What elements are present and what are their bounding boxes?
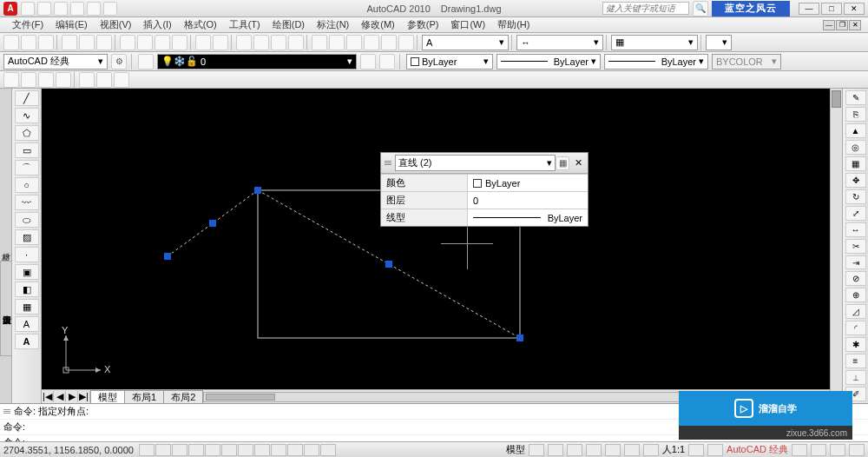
zoom-icon[interactable] [253, 35, 269, 50]
grip-endpoint[interactable] [164, 253, 171, 260]
menu-view[interactable]: 视图(V) [95, 18, 137, 31]
menu-file[interactable]: 文件(F) [7, 18, 49, 31]
pan-icon[interactable] [236, 35, 252, 50]
markup-icon[interactable] [381, 35, 397, 50]
explode-icon[interactable]: ✱ [845, 337, 866, 352]
qat-undo-icon[interactable] [70, 2, 84, 16]
isolate-icon[interactable] [830, 444, 845, 456]
new-icon[interactable] [3, 35, 19, 50]
grip-midpoint[interactable] [209, 220, 216, 227]
join-icon[interactable]: ⊕ [845, 288, 866, 302]
lwt-toggle[interactable] [271, 444, 286, 456]
osnap-toggle[interactable] [205, 444, 220, 456]
offset-icon[interactable]: ◎ [845, 140, 866, 155]
layer-combo[interactable]: 💡❄️🔓0▾ [157, 54, 357, 70]
qat-redo-icon[interactable] [87, 2, 101, 16]
vp-btn6[interactable] [96, 72, 112, 88]
tab-nav-next-icon[interactable]: ▶ [66, 391, 78, 402]
save-icon[interactable] [38, 35, 54, 50]
rotate-icon[interactable]: ↻ [845, 189, 866, 204]
tab-nav-first-icon[interactable]: |◀ [42, 391, 54, 402]
chamfer-icon[interactable]: ◿ [845, 304, 866, 319]
plot-icon[interactable] [62, 35, 77, 50]
align-icon[interactable]: ≡ [845, 354, 866, 368]
tab-model[interactable]: 模型 [90, 390, 125, 404]
layer-states-icon[interactable] [379, 54, 395, 70]
tab-nav-last-icon[interactable]: ▶| [78, 391, 90, 402]
designcenter-icon[interactable] [329, 35, 345, 50]
table-icon[interactable]: ▦ [15, 299, 39, 315]
vscrollbar[interactable] [830, 89, 842, 403]
vp-btn7[interactable] [114, 72, 129, 88]
quickcalc-icon[interactable] [398, 35, 414, 50]
menu-edit[interactable]: 编辑(E) [50, 18, 93, 31]
menu-format[interactable]: 格式(O) [179, 18, 222, 31]
grip-endpoint[interactable] [516, 334, 523, 341]
workspace-combo[interactable]: AutoCAD 经典▾ [3, 54, 108, 70]
layout-icon[interactable] [529, 444, 544, 456]
menu-help[interactable]: 帮助(H) [492, 18, 535, 31]
minimize-icon[interactable]: — [799, 3, 819, 15]
vp-btn4[interactable] [56, 72, 71, 88]
drawing-canvas[interactable]: 直线 (2)▾ ▦ ✕ 颜色 ByLayer 图层 0 线型 ByLayer [42, 89, 830, 403]
circle-icon[interactable]: ○ [15, 177, 39, 193]
app-logo[interactable]: A [3, 2, 17, 16]
qp-toggle[interactable] [287, 444, 303, 456]
erase-icon[interactable]: ✎ [845, 90, 866, 105]
wheel-icon[interactable] [624, 444, 640, 456]
color-combo[interactable]: ByLayer▾ [406, 54, 493, 70]
qp-layer-value[interactable]: 0 [468, 192, 588, 209]
help-search-input[interactable] [602, 2, 689, 15]
menu-parametric[interactable]: 参数(P) [402, 18, 444, 31]
plotstyle-combo[interactable]: BYCOLOR▾ [712, 54, 781, 70]
grip-midpoint[interactable] [385, 261, 392, 268]
qat-open-icon[interactable] [37, 2, 51, 16]
copy-obj-icon[interactable]: ⎘ [845, 107, 866, 122]
text-icon[interactable]: A [15, 334, 39, 349]
nav-icon[interactable] [567, 444, 582, 456]
close-icon[interactable]: ✕ [844, 3, 865, 15]
copy-icon[interactable] [137, 35, 153, 50]
qp-linetype-value[interactable]: ByLayer [468, 209, 588, 226]
toolpalette-icon[interactable] [346, 35, 362, 50]
otrack-toggle[interactable] [221, 444, 237, 456]
qat-print-icon[interactable] [103, 2, 117, 16]
model-space-label[interactable]: 模型 [506, 443, 525, 456]
rectangle-icon[interactable]: ▭ [15, 142, 39, 158]
qp-close-icon[interactable]: ✕ [572, 157, 584, 169]
mirror-icon[interactable]: ▲ [845, 123, 866, 138]
qat-new-icon[interactable] [21, 2, 35, 16]
vp-btn3[interactable] [38, 72, 54, 88]
open-icon[interactable] [21, 35, 36, 50]
stretch-icon[interactable]: ↔ [845, 222, 866, 237]
layer-props-icon[interactable] [138, 54, 154, 70]
qp-color-value[interactable]: ByLayer [468, 175, 588, 191]
matchprop-icon[interactable] [172, 35, 187, 50]
model-toggle[interactable] [320, 444, 336, 456]
sheetset-icon[interactable] [364, 35, 379, 50]
showmotion-icon[interactable] [643, 444, 659, 456]
menu-tools[interactable]: 工具(T) [224, 18, 266, 31]
zoomwin-icon[interactable] [271, 35, 286, 50]
lock-ui-icon[interactable] [792, 444, 807, 456]
linetype-combo[interactable]: ByLayer▾ [496, 54, 601, 70]
menu-draw[interactable]: 绘图(D) [267, 18, 310, 31]
qp-grip-icon[interactable] [385, 161, 391, 165]
cut-icon[interactable] [120, 35, 135, 50]
trim-icon[interactable]: ✂ [845, 239, 866, 254]
ortho-toggle[interactable] [172, 444, 187, 456]
redo-icon[interactable] [213, 35, 228, 50]
qp-object-type-combo[interactable]: 直线 (2)▾ [395, 155, 556, 171]
grid-toggle[interactable] [155, 444, 171, 456]
workspace-settings-icon[interactable]: ⚙ [111, 54, 127, 70]
vp-btn2[interactable] [21, 72, 36, 88]
sc-toggle[interactable] [304, 444, 319, 456]
annoscale-icon[interactable] [688, 444, 704, 456]
dyn-toggle[interactable] [254, 444, 270, 456]
tab-layout2[interactable]: 布局2 [163, 390, 203, 404]
quickview-icon[interactable] [548, 444, 563, 456]
menu-modify[interactable]: 修改(M) [356, 18, 400, 31]
move-icon[interactable]: ✥ [845, 173, 866, 188]
tablestyle-combo[interactable]: ▦▾ [611, 35, 698, 50]
snap-toggle[interactable] [139, 444, 155, 456]
